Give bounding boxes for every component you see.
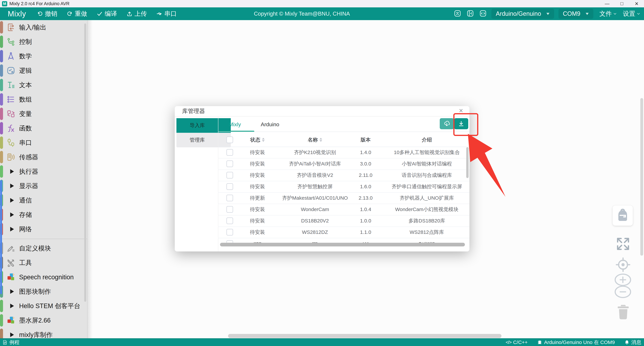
sidebar-item-serialport[interactable]: 串口	[0, 135, 87, 150]
language-indicator[interactable]: </> C/C++	[506, 340, 528, 345]
sidebar-item-text[interactable]: 文本	[0, 78, 87, 92]
file-menu[interactable]: 文件	[600, 9, 617, 18]
cell-description: WonderCam小幻熊视觉模块	[388, 204, 466, 215]
dialog-menu-import-library[interactable]: 导入库	[176, 118, 231, 133]
panel-up-button[interactable]	[454, 10, 462, 18]
sidebar-item-speech-recognition[interactable]: Speech recognition	[0, 270, 87, 284]
expand-button[interactable]	[615, 236, 631, 252]
menubar-redo-button[interactable]: 重做	[66, 9, 87, 18]
panel-left-button[interactable]	[466, 10, 474, 18]
cell-description: 10多种人工智能视觉识别集合	[388, 147, 466, 158]
maximize-button[interactable]: □	[614, 0, 629, 7]
sidebar-item-io[interactable]: 输入/输出	[0, 20, 87, 34]
sidebar-right-scrollbar[interactable]	[84, 23, 86, 302]
row-checkbox[interactable]	[226, 206, 233, 213]
sidebar-item-sensor[interactable]: 传感器	[0, 150, 87, 164]
column-header-status[interactable]: 状态	[237, 133, 278, 147]
category-color-strip	[0, 314, 3, 327]
table-row[interactable]: 待安装齐护智慧触控屏1.6.0齐护串口通信触控可编程显示屏	[218, 181, 470, 193]
sidebar-item-label: 数学	[19, 49, 32, 63]
examples-button[interactable]: 例程	[2, 339, 20, 346]
zoom-out-button[interactable]	[614, 285, 632, 299]
logic-icon	[6, 66, 16, 75]
menubar-serial-button[interactable]: 串口	[156, 9, 177, 18]
row-checkbox[interactable]	[226, 149, 233, 156]
brand-mixly[interactable]: Mixly	[8, 9, 26, 18]
cell-status: 待安装	[237, 169, 278, 181]
sidebar-scrollbar-thumb[interactable]	[0, 180, 2, 294]
sidebar-item-storage[interactable]: 存储	[0, 208, 87, 222]
menubar-undo-button[interactable]: 撤销	[36, 9, 57, 18]
canvas-horizontal-scrollbar[interactable]	[228, 334, 502, 338]
chevron-down-icon	[613, 12, 617, 15]
row-checkbox[interactable]	[226, 172, 233, 179]
sidebar-item-communication[interactable]: 通信	[0, 193, 87, 208]
sidebar-item-actuator[interactable]: 执行器	[0, 164, 87, 179]
sidebar-item-label: 传感器	[19, 150, 38, 164]
sort-carets-icon[interactable]	[262, 136, 265, 143]
column-header-name[interactable]: 名称	[276, 133, 354, 147]
sidebar-item-label: 文本	[19, 78, 32, 92]
backpack-button[interactable]	[613, 206, 633, 226]
canvas-vertical-scrollbar[interactable]	[640, 98, 643, 256]
sidebar-item-tools[interactable]: 工具	[0, 256, 87, 270]
menubar-upload-button[interactable]: 上传	[126, 9, 147, 18]
sidebar-item-label: 串口	[19, 135, 32, 150]
update-all-button[interactable]	[440, 118, 454, 129]
minimize-button[interactable]: —	[600, 0, 614, 7]
cell-version: 1.0.0	[347, 238, 384, 243]
redo-icon	[66, 10, 73, 17]
sidebar-item-eink-266[interactable]: 墨水屏2.66	[0, 313, 87, 328]
close-button[interactable]: ×	[629, 0, 644, 7]
cell-status: 待安装	[237, 238, 278, 243]
chevron-down-icon: ▼	[546, 11, 550, 16]
table-row-partial[interactable]: 待安装EPD1.0.0墨水屏扩展库	[218, 238, 470, 243]
table-row[interactable]: 待安装齐护K210视觉识别1.4.010多种人工智能视觉识别集合	[218, 147, 470, 158]
tab-arduino[interactable]: Arduino	[261, 121, 279, 128]
cell-status: 待安装	[237, 215, 278, 227]
sidebar-item-label: 控制	[19, 34, 32, 49]
sort-carets-icon[interactable]	[320, 136, 322, 143]
row-checkbox[interactable]	[226, 195, 233, 201]
tab-mixly[interactable]: Mixly	[229, 121, 241, 128]
sidebar-item-mixly-lib-making[interactable]: mixly库制作	[0, 328, 87, 339]
table-row[interactable]: 待安装DS18B20V21.0.0多路DS18B20库	[218, 215, 470, 227]
sidebar-item-array[interactable]: 数组	[0, 92, 87, 107]
sensor-icon	[6, 152, 16, 162]
table-row[interactable]: 待安装齐护AiTall小智AI对话库3.0.0小智AI智能体对话编程	[218, 158, 470, 170]
sidebar-item-hello-stem[interactable]: Hello STEM 创客平台	[0, 299, 87, 313]
sidebar-item-display[interactable]: 显示器	[0, 179, 87, 193]
settings-menu[interactable]: 设置	[623, 9, 640, 18]
row-checkbox[interactable]	[226, 229, 233, 236]
table-row[interactable]: 待安装WS2812DZ1.1.0WS2812点阵库	[218, 227, 470, 238]
window-title: Mixly 2.0 rc4 For Arduino AVR	[10, 1, 70, 6]
sidebar-item-math[interactable]: 数学	[0, 49, 87, 63]
sidebar-item-network[interactable]: 网络	[0, 222, 87, 236]
target-button[interactable]	[615, 257, 631, 273]
menubar-compile-button[interactable]: 编译	[96, 9, 117, 18]
row-checkbox[interactable]	[226, 160, 233, 167]
board-select[interactable]: Arduino/Genuino ▼	[492, 9, 554, 19]
messages-button[interactable]: 消息	[624, 339, 641, 346]
trash-button[interactable]	[615, 303, 632, 322]
table-horizontal-scrollbar[interactable]	[220, 243, 465, 246]
table-row[interactable]: 待安装齐护语音模块V22.11.0语音识别与合成编程库	[218, 169, 470, 181]
sidebar-item-label: 存储	[19, 208, 32, 222]
zoom-in-button[interactable]	[614, 273, 632, 287]
math-icon	[6, 51, 16, 61]
select-all-checkbox[interactable]	[226, 136, 233, 143]
row-checkbox[interactable]	[226, 217, 233, 224]
row-checkbox[interactable]	[226, 183, 233, 190]
table-row[interactable]: 待安装WonderCam1.0.4WonderCam小幻熊视觉模块	[218, 204, 470, 215]
code-button[interactable]	[479, 10, 487, 18]
sidebar-item-logic[interactable]: 逻辑	[0, 63, 87, 78]
sidebar-item-variable[interactable]: 变量	[0, 107, 87, 121]
sidebar-item-custom-module[interactable]: 自定义模块	[0, 241, 87, 256]
sidebar-item-control[interactable]: 控制	[0, 34, 87, 49]
cell-version: 1.1.0	[347, 227, 384, 238]
sidebar-item-function[interactable]: 函数	[0, 121, 87, 135]
port-select[interactable]: COM9 ▼	[558, 9, 593, 19]
table-row[interactable]: 待更新齐护Makestart/A01/C01/UNO2.13.0齐护机器人_UN…	[218, 192, 470, 204]
cell-status: 待安装	[237, 227, 278, 238]
sidebar-item-block-making[interactable]: 图形块制作	[0, 284, 87, 299]
